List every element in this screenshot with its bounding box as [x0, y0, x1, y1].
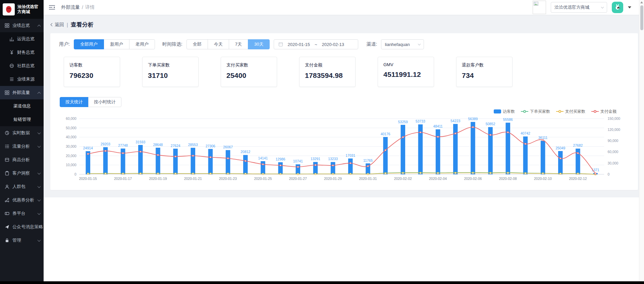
- sidebar-item-product-analysis[interactable]: 商品分析: [0, 153, 44, 167]
- tab-by-hour[interactable]: 按小时统计: [88, 97, 121, 107]
- ticket-icon: [5, 211, 9, 216]
- grid-icon: [5, 23, 9, 28]
- time-filter-30d[interactable]: 30天: [248, 39, 270, 49]
- sidebar-item-coupon-analysis[interactable]: 优惠券分析: [0, 193, 44, 207]
- grid-icon: [5, 90, 9, 95]
- svg-text:2020-01-29: 2020-01-29: [324, 177, 342, 181]
- svg-text:56389: 56389: [468, 117, 478, 121]
- clipboard-icon: [5, 171, 9, 176]
- sidebar-item-coupon-platform[interactable]: 券平台: [0, 207, 44, 220]
- legend-order-buyers[interactable]: 下单买家数: [521, 109, 550, 114]
- chart-wrap: 010,00020,00030,00040,00050,00060,000030…: [59, 116, 630, 185]
- legend-visitors[interactable]: 访客数: [494, 109, 515, 114]
- time-filter-7d[interactable]: 7天: [229, 39, 248, 49]
- legend-payment-amount[interactable]: 支付金额: [591, 109, 616, 114]
- menu-fold-icon[interactable]: [49, 5, 55, 10]
- svg-text:2020-01-31: 2020-01-31: [359, 177, 377, 181]
- svg-text:28648: 28648: [153, 143, 163, 147]
- chevron-down-icon: [601, 5, 604, 8]
- broken-image-icon: [533, 1, 546, 14]
- svg-text:24914: 24914: [83, 146, 93, 150]
- user-menu-caret-icon[interactable]: [628, 6, 631, 8]
- svg-text:2020-01-15: 2020-01-15: [79, 177, 97, 181]
- filter-row: 用户: 全部用户 新用户 老用户 时间筛选: 全部 今天 7天 30天: [59, 39, 630, 49]
- user-filter-all[interactable]: 全部用户: [74, 39, 104, 49]
- legend-bar-swatch: [494, 109, 501, 113]
- date-range-picker[interactable]: 2020-01-15 ~ 2020-02-13: [274, 39, 358, 49]
- user-filter-group: 全部用户 新用户 老用户: [74, 39, 155, 49]
- traffic-chart[interactable]: 010,00020,00030,00040,00050,00060,000030…: [59, 116, 630, 185]
- chevron-down-icon: [38, 198, 41, 201]
- sidebar-item-audience-pack[interactable]: 人群包: [0, 180, 44, 193]
- svg-text:48411: 48411: [433, 125, 443, 128]
- svg-text:27748: 27748: [118, 144, 128, 147]
- breadcrumb-parent[interactable]: 外部流量: [61, 4, 80, 10]
- svg-text:150,000: 150,000: [608, 117, 621, 121]
- sidebar-item-performance-overview[interactable]: 业绩总览: [0, 19, 44, 32]
- sidebar-item-realtime-data[interactable]: 实时数据: [0, 126, 44, 140]
- chevron-down-icon: [418, 42, 421, 45]
- topbar: 外部流量 / 详情 洽洽优选官方商城: [44, 0, 644, 15]
- time-filter-label: 时间筛选:: [162, 41, 182, 47]
- sidebar-item-customer-insight[interactable]: 客户洞察: [0, 167, 44, 180]
- chevron-down-icon: [38, 211, 41, 215]
- svg-text:0: 0: [608, 173, 610, 176]
- sidebar-item-official-account-strategy[interactable]: 公众号消息策略: [0, 220, 44, 234]
- bottom-black-strip: [0, 281, 644, 284]
- breadcrumb-current: 详情: [85, 4, 95, 10]
- sidebar-item-operations-overview[interactable]: 运营总览: [0, 32, 44, 46]
- svg-text:20,000: 20,000: [66, 154, 76, 158]
- share-nodes-icon: [5, 198, 9, 202]
- svg-text:26067: 26067: [223, 145, 233, 149]
- sidebar-logo: 洽洽优选官方商城: [0, 0, 44, 19]
- user-filter-new[interactable]: 新用户: [104, 39, 129, 49]
- svg-text:13233: 13233: [328, 157, 338, 161]
- legend-line-swatch: [521, 110, 528, 113]
- sidebar-item-traffic-analysis[interactable]: 流量分析: [0, 140, 44, 153]
- svg-text:53259: 53259: [398, 120, 408, 124]
- svg-text:2020-02-08: 2020-02-08: [499, 177, 517, 181]
- svg-text:2020-02-12: 2020-02-12: [569, 177, 587, 181]
- time-filter-today[interactable]: 今天: [208, 39, 229, 49]
- sidebar-item-performance-source[interactable]: 业绩来源: [0, 73, 44, 86]
- channel-select[interactable]: lianhefaquan: [381, 39, 424, 49]
- tab-by-day[interactable]: 按天统计: [60, 97, 89, 107]
- svg-text:30,000: 30,000: [66, 145, 76, 148]
- channel-label: 渠道:: [366, 41, 377, 47]
- external-traffic-submenu: 渠道信息 短链管理: [0, 99, 44, 126]
- page-title: 查看分析: [71, 21, 94, 29]
- stat-granularity-tabs: 按天统计 按小时统计: [60, 97, 121, 107]
- page-scrollbar[interactable]: [639, 0, 644, 284]
- sidebar-item-admin[interactable]: 管理: [0, 234, 44, 247]
- user-avatar[interactable]: [612, 2, 623, 13]
- svg-text:40742: 40742: [521, 132, 530, 135]
- sidebar-item-external-traffic[interactable]: 外部流量: [0, 86, 44, 99]
- user-filter-old[interactable]: 老用户: [129, 39, 155, 49]
- sidebar-item-channel-info[interactable]: 渠道信息: [0, 99, 44, 113]
- svg-text:25049: 25049: [555, 146, 565, 150]
- kpi-cards: 访客数 796230 下单买家数 31710 支付买家数 25400 支付金: [64, 57, 630, 87]
- svg-text:12986: 12986: [276, 157, 285, 161]
- legend-paying-buyers[interactable]: 支付买家数: [556, 109, 585, 114]
- scrollbar-thumb[interactable]: [640, 5, 643, 30]
- svg-text:53733: 53733: [416, 120, 425, 123]
- kpi-card-payment-amount: 支付金额 1783594.98: [299, 57, 356, 87]
- svg-text:10,000: 10,000: [66, 163, 76, 167]
- svg-text:27682: 27682: [573, 144, 583, 147]
- svg-text:27306: 27306: [206, 144, 215, 148]
- main-area: 外部流量 / 详情 洽洽优选官方商城: [44, 0, 644, 284]
- svg-text:20812: 20812: [240, 150, 250, 154]
- back-link[interactable]: 返回: [51, 22, 64, 28]
- time-filter-group: 全部 今天 7天 30天: [186, 39, 270, 49]
- sidebar-item-community-overview[interactable]: 社群总览: [0, 59, 44, 73]
- svg-text:0: 0: [74, 173, 76, 176]
- shop-select[interactable]: 洽洽优选官方商城: [551, 2, 607, 13]
- chevron-down-icon: [38, 144, 41, 148]
- svg-text:27624: 27624: [171, 144, 180, 148]
- svg-text:30,000: 30,000: [608, 161, 619, 165]
- list-icon: [9, 77, 14, 82]
- scrollbar-up-arrow[interactable]: [640, 1, 643, 3]
- sidebar-item-shortlink-mgmt[interactable]: 短链管理: [0, 113, 44, 126]
- time-filter-all[interactable]: 全部: [186, 39, 208, 49]
- sidebar-item-finance-overview[interactable]: 财务总览: [0, 46, 44, 59]
